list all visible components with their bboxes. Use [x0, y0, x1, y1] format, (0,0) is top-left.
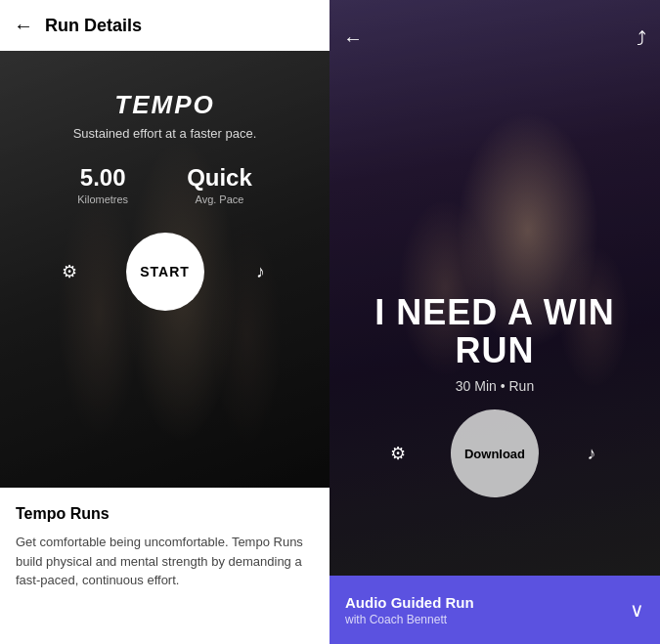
- run-info-section: Tempo Runs Get comfortable being uncomfo…: [0, 488, 330, 644]
- right-gear-icon: ⚙: [390, 443, 406, 464]
- hero-content: TEMPO Sustained effort at a faster pace.…: [0, 51, 330, 311]
- distance-stat: 5.00 Kilometres: [77, 164, 128, 205]
- left-panel: ← Run Details TEMPO Sustained effort at …: [0, 0, 330, 644]
- right-music-button[interactable]: ♪: [574, 436, 609, 471]
- chevron-down-icon[interactable]: ∨: [630, 598, 644, 622]
- pace-stat: Quick Avg. Pace: [187, 164, 252, 205]
- right-nav-bar: ← ⤴: [330, 20, 660, 58]
- settings-button[interactable]: ⚙: [52, 254, 87, 289]
- run-title-line1: I NEED A WIN: [374, 292, 614, 332]
- right-back-button[interactable]: ←: [343, 27, 363, 50]
- info-text: Get comfortable being uncomfortable. Tem…: [16, 533, 314, 590]
- run-title: I NEED A WIN RUN: [374, 293, 614, 370]
- gear-icon: ⚙: [62, 261, 77, 282]
- left-hero: TEMPO Sustained effort at a faster pace.…: [0, 51, 330, 488]
- page-title: Run Details: [45, 16, 142, 36]
- right-music-icon: ♪: [588, 444, 596, 464]
- run-description: Sustained effort at a faster pace.: [73, 126, 257, 141]
- run-title-line2: RUN: [456, 330, 535, 370]
- pace-label: Avg. Pace: [196, 193, 244, 205]
- start-button[interactable]: START: [126, 233, 204, 311]
- start-label: START: [140, 264, 190, 279]
- music-button[interactable]: ♪: [243, 254, 279, 289]
- right-panel: ← ⤴ I NEED A WIN RUN 30 Min • Run ⚙ Down…: [330, 0, 660, 644]
- left-header: ← Run Details: [0, 0, 330, 51]
- audio-guided-title: Audio Guided Run: [345, 594, 474, 611]
- audio-guided-info: Audio Guided Run with Coach Bennett: [345, 594, 474, 626]
- download-label: Download: [464, 447, 525, 461]
- info-title: Tempo Runs: [16, 505, 314, 523]
- back-button[interactable]: ←: [14, 15, 33, 37]
- share-button[interactable]: ⤴: [637, 27, 646, 50]
- right-footer[interactable]: Audio Guided Run with Coach Bennett ∨: [330, 576, 660, 644]
- run-stats: 5.00 Kilometres Quick Avg. Pace: [77, 164, 252, 205]
- run-controls: ⚙ START ♪: [52, 233, 279, 311]
- right-settings-button[interactable]: ⚙: [380, 436, 416, 471]
- distance-label: Kilometres: [77, 193, 128, 205]
- coach-name: with Coach Bennett: [345, 613, 474, 626]
- right-run-controls: ⚙ Download ♪: [380, 409, 609, 497]
- run-meta: 30 Min • Run: [456, 378, 534, 394]
- download-button[interactable]: Download: [451, 409, 539, 497]
- run-type-label: TEMPO: [114, 90, 214, 120]
- pace-value: Quick: [187, 164, 252, 192]
- distance-value: 5.00: [80, 164, 126, 192]
- right-hero: ← ⤴ I NEED A WIN RUN 30 Min • Run ⚙ Down…: [330, 0, 660, 576]
- right-hero-content: I NEED A WIN RUN 30 Min • Run ⚙ Download…: [330, 293, 660, 497]
- music-icon: ♪: [256, 262, 265, 282]
